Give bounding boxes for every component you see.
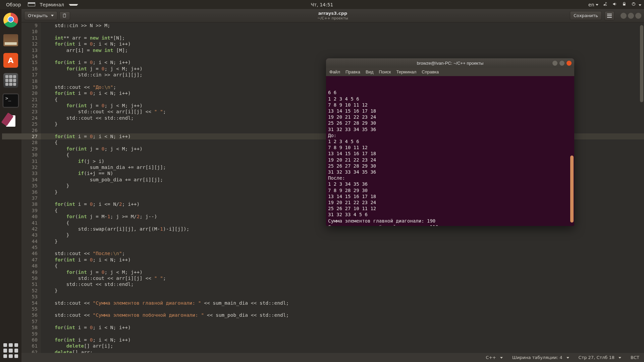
chevron-down-icon [596,4,598,6]
activities-button[interactable]: Обзор [3,2,24,7]
minimize-button[interactable] [552,61,557,66]
dock-terminal[interactable] [2,92,20,110]
svg-rect-3 [63,14,66,17]
close-button[interactable] [567,61,572,66]
chevron-down-icon [69,4,78,6]
maximize-button[interactable] [559,61,565,66]
network-icon[interactable] [603,2,608,7]
terminal-menu-поиск[interactable]: Поиск [379,69,391,74]
title-area: arrays3.cpp ~/C++ проекты [317,11,348,21]
lock-icon[interactable] [622,2,627,7]
gedit-statusbar: C++ Ширина табуляции: 4 Стр 27, Стлб 18 … [21,353,644,362]
terminal-icon [3,94,18,107]
dock-show-apps[interactable] [3,343,18,358]
open-button[interactable]: Открыть [24,11,57,20]
chevron-down-icon [51,15,54,16]
chevron-down-icon [639,4,641,6]
dock-calculator[interactable] [2,71,20,89]
gnome-top-bar: Обзор Терминал Чт, 14:51 en [0,0,644,9]
terminal-scrollbar-thumb[interactable] [570,156,574,223]
dock-gedit[interactable] [2,112,20,130]
terminal-menu-справка[interactable]: Справка [422,69,439,74]
power-icon[interactable] [631,2,641,7]
dock-chrome[interactable] [2,11,20,29]
terminal-icon [28,2,35,6]
file-path: ~/C++ проекты [317,16,348,21]
terminal-menu-правка[interactable]: Правка [345,69,360,74]
status-insert-mode: ВСТ [631,355,639,360]
terminal-menu-вид[interactable]: Вид [366,69,374,74]
line-number-gutter: 9101112131415161718192021222324252627282… [21,22,41,353]
calculator-icon [3,73,18,88]
hamburger-icon [607,14,612,18]
terminal-menubar: ФайлПравкаВидПоискТерминалСправка [326,68,574,76]
status-tabwidth[interactable]: Ширина табуляции: 4 [512,355,569,360]
text-editor-icon [3,113,18,128]
chrome-icon [3,13,18,27]
close-button[interactable] [635,13,641,19]
terminal-title-text: browze@Ivan-PC: ~/C++ проекты [417,61,484,66]
gedit-headerbar: Открыть arrays3.cpp ~/C++ проекты Сохран… [21,9,644,22]
dock [0,9,21,362]
dock-software[interactable] [2,51,20,69]
minimize-button[interactable] [621,13,627,19]
file-name: arrays3.cpp [317,11,348,16]
maximize-button[interactable] [628,13,634,19]
app-menu[interactable]: Терминал [24,2,82,7]
volume-icon[interactable] [612,2,617,7]
svg-rect-0 [623,4,625,5]
terminal-titlebar[interactable]: browze@Ivan-PC: ~/C++ проекты [326,58,574,68]
clock[interactable]: Чт, 14:51 [311,2,333,7]
status-language[interactable]: C++ [486,355,503,360]
files-icon [3,34,18,46]
save-button[interactable]: Сохранить [570,11,602,20]
terminal-menu-терминал[interactable]: Терминал [396,69,416,74]
window-controls [621,13,641,19]
dock-files[interactable] [2,31,20,49]
terminal-window-controls [552,61,572,66]
editor-scrollbar-thumb[interactable] [640,25,643,102]
new-document-button[interactable] [59,11,70,20]
input-language-indicator[interactable]: en [588,2,598,7]
new-file-icon [62,13,67,18]
software-center-icon [3,53,18,68]
terminal-body[interactable]: 6 61 2 3 4 5 67 8 9 10 11 1213 14 15 16 … [326,76,574,226]
terminal-menu-файл[interactable]: Файл [329,69,340,74]
hamburger-menu-button[interactable] [604,11,614,20]
status-cursor-position[interactable]: Стр 27, Стлб 18 [579,355,622,360]
terminal-window[interactable]: browze@Ivan-PC: ~/C++ проекты ФайлПравка… [326,58,574,226]
